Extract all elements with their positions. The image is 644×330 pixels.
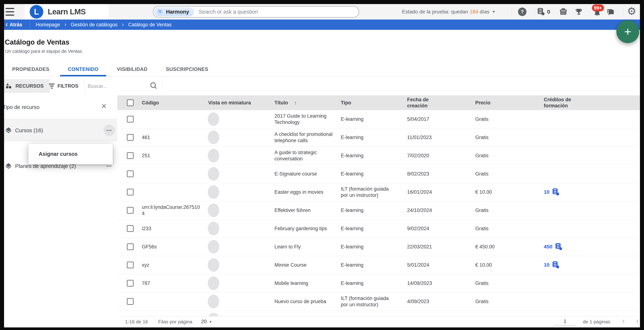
close-icon[interactable] — [101, 102, 106, 110]
filters-button[interactable]: FILTROS — [49, 79, 78, 93]
cell-precio: € 450.00 — [472, 244, 538, 250]
chevron-down-icon — [210, 320, 212, 324]
resources-button[interactable]: RECURSOS — [4, 79, 50, 93]
next-page-button[interactable] — [636, 317, 639, 325]
plus-icon — [624, 26, 632, 38]
table-row[interactable]: xyz Minnie Course E-learning 5/01/2024 €… — [117, 256, 640, 274]
cell-fecha: 5/01/2024 — [404, 262, 472, 268]
settings-gear-icon[interactable] — [627, 5, 636, 17]
cell-titulo[interactable]: Effektiver führen — [271, 207, 338, 214]
tab-visibilidad[interactable]: VISIBILIDAD — [108, 62, 157, 76]
tab-contenido[interactable]: CONTENIDO — [58, 62, 108, 76]
select-all-checkbox[interactable] — [127, 100, 134, 106]
cell-tipo: E-learning — [338, 244, 404, 250]
cell-titulo[interactable]: A guide to strategic conversation — [271, 149, 338, 162]
row-checkbox[interactable] — [127, 189, 134, 196]
cell-fecha: 5/04/2017 — [404, 116, 472, 122]
row-checkbox[interactable] — [127, 152, 134, 159]
global-search-input[interactable] — [194, 9, 359, 15]
breadcrumb-homepage[interactable]: Homepage — [36, 22, 60, 28]
cell-fecha: 7/02/2020 — [404, 152, 472, 159]
cell-codigo: GF56s — [138, 244, 205, 250]
back-button[interactable]: Atrás — [6, 20, 22, 30]
rows-per-page-select[interactable]: 20 — [201, 319, 212, 324]
table-row[interactable]: 461 A checklist for promotional telephon… — [117, 128, 640, 146]
cell-tipo: E-learning — [338, 116, 404, 122]
help-button[interactable] — [518, 8, 526, 16]
cell-titulo[interactable]: Nuevo curso de prueba — [271, 298, 338, 304]
credits-balance-count: 0 — [547, 9, 550, 15]
trial-status[interactable]: Estado de la prueba: quedan 184 días — [402, 4, 496, 20]
credits-balance-button[interactable]: 0 — [537, 7, 550, 16]
cell-creditos: 10 — [538, 188, 640, 196]
cell-titulo[interactable]: 2017 Guide to Learning Technology — [271, 113, 338, 126]
cell-tipo: ILT (formación guiada por un instructor) — [338, 295, 404, 308]
row-checkbox[interactable] — [127, 225, 134, 232]
table-row[interactable]: 251 A guide to strategic conversation E-… — [117, 146, 640, 165]
search-icon[interactable] — [149, 81, 158, 90]
thumbnail-placeholder — [208, 149, 219, 162]
table-search-input[interactable] — [87, 80, 149, 92]
cell-precio: Gratis — [472, 171, 538, 177]
cell-titulo[interactable]: Mobile learning — [271, 280, 338, 286]
column-precio[interactable]: Precio — [472, 100, 538, 106]
table-row[interactable]: Problem Solving Skills E-learning 5/06/2… — [117, 311, 640, 316]
resource-type-panel: Tipo de recurso Cursos (16) Planes de ap… — [4, 96, 117, 328]
table-row[interactable]: 2017 Guide to Learning Technology E-lear… — [117, 110, 640, 128]
global-search[interactable]: Harmony — [153, 6, 359, 18]
chat-icon[interactable] — [606, 8, 615, 17]
credits-link[interactable]: 10 — [544, 188, 640, 196]
cell-titulo[interactable]: A checklist for promotional telephone ca… — [271, 131, 338, 144]
trophy-icon[interactable] — [574, 7, 583, 16]
cell-titulo[interactable]: Minnie Course — [271, 262, 338, 268]
menu-item-asignar-cursos[interactable]: Asignar cursos — [39, 151, 78, 157]
previous-page-button[interactable] — [622, 317, 625, 325]
cell-titulo[interactable]: Learn to Fly — [271, 244, 338, 250]
trial-status-text: Estado de la prueba: quedan — [402, 9, 470, 15]
resource-type-cursos[interactable]: Cursos (16) — [4, 119, 117, 142]
column-fecha[interactable]: Fecha de creación — [404, 97, 472, 109]
harmony-chip[interactable]: Harmony — [154, 7, 194, 16]
row-checkbox[interactable] — [127, 244, 134, 250]
row-checkbox[interactable] — [127, 116, 134, 122]
app-logo[interactable]: L Learn LMS — [25, 4, 109, 20]
gift-icon[interactable] — [559, 7, 568, 16]
page-number-input[interactable] — [554, 318, 576, 326]
ellipsis-icon — [106, 164, 112, 168]
table-row[interactable]: E-Signature course E-learning 8/02/2023 … — [117, 165, 640, 183]
cell-titulo[interactable]: February gardening tips — [271, 226, 338, 232]
table-row[interactable]: Nuevo curso de prueba ILT (formación gui… — [117, 292, 640, 311]
column-creditos[interactable]: Créditos de formación — [538, 97, 640, 109]
column-tipo[interactable]: Tipo — [338, 100, 404, 106]
cell-creditos: 450 — [538, 243, 640, 251]
credits-link[interactable]: 450 — [544, 243, 640, 251]
credits-link[interactable]: 10 — [544, 261, 640, 269]
hamburger-menu-icon[interactable] — [6, 8, 14, 16]
add-button[interactable] — [616, 20, 639, 43]
row-checkbox[interactable] — [127, 170, 134, 177]
column-codigo[interactable]: Código — [138, 100, 205, 106]
row-checkbox[interactable] — [127, 262, 134, 268]
cell-titulo[interactable]: Easter eggs in movies — [271, 189, 338, 195]
breadcrumb-catalog-management[interactable]: Gestión de catálogos — [71, 22, 118, 28]
divider — [535, 7, 535, 16]
row-checkbox[interactable] — [127, 207, 134, 214]
cursos-more-button[interactable] — [104, 125, 115, 136]
tab-propiedades[interactable]: PROPIEDADES — [4, 62, 58, 76]
column-titulo[interactable]: Título — [271, 100, 338, 106]
table-row[interactable]: i233 February gardening tips E-learning … — [117, 220, 640, 238]
cell-codigo: 461 — [138, 134, 205, 140]
coin-stack-icon — [555, 243, 563, 251]
cell-precio: Gratis — [472, 280, 538, 286]
cell-titulo[interactable]: E-Signature course — [271, 171, 338, 177]
table-row[interactable]: urn:li:lyndaCourse:2675104 Effektiver fü… — [117, 201, 640, 220]
table-row[interactable]: Easter eggs in movies ILT (formación gui… — [117, 183, 640, 201]
row-checkbox[interactable] — [127, 280, 134, 286]
row-checkbox[interactable] — [127, 298, 134, 305]
tab-suscripciones[interactable]: SUSCRIPCIONES — [157, 62, 218, 76]
sort-ascending-icon[interactable] — [294, 100, 297, 106]
cell-codigo — [138, 116, 205, 122]
table-row[interactable]: GF56s Learn to Fly E-learning 22/03/2021… — [117, 238, 640, 256]
table-row[interactable]: 787 Mobile learning E-learning 14/09/202… — [117, 274, 640, 292]
row-checkbox[interactable] — [127, 134, 134, 141]
